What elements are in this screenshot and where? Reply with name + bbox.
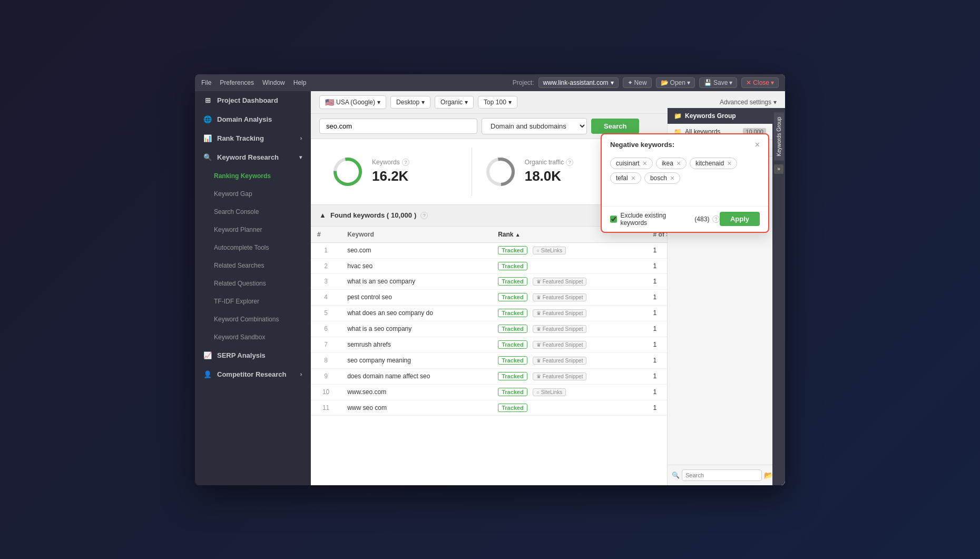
tag-tefal-remove[interactable]: × bbox=[631, 174, 635, 182]
snippet-icon: ♛ bbox=[536, 342, 541, 348]
apply-button[interactable]: Apply bbox=[720, 212, 760, 226]
exclude-info-icon[interactable]: ? bbox=[712, 215, 720, 223]
organic-donut bbox=[485, 156, 516, 188]
country-flag: 🇺🇸 bbox=[325, 98, 334, 106]
tag-ikea-remove[interactable]: × bbox=[677, 160, 681, 167]
menu-help[interactable]: Help bbox=[293, 79, 307, 86]
row-8-keyword: seo company meaning bbox=[341, 352, 492, 368]
sidebar-item-tf-idf-explorer[interactable]: TF-IDF Explorer bbox=[195, 292, 310, 310]
project-dropdown-chevron: ▾ bbox=[611, 79, 614, 86]
sidebar-item-ranking-keywords[interactable]: Ranking Keywords bbox=[195, 167, 310, 185]
organic-value: 18.0K bbox=[525, 168, 573, 184]
rank-sort-arrow: ▲ bbox=[515, 232, 521, 238]
sidebar-item-rank-tracking[interactable]: 📊 Rank Tracking › bbox=[195, 129, 310, 148]
tracked-badge: Tracked bbox=[498, 293, 527, 301]
search-button[interactable]: Search bbox=[591, 119, 639, 134]
exclude-checkbox[interactable] bbox=[610, 215, 617, 223]
menu-bar: File Preferences Window Help Project: ww… bbox=[195, 74, 785, 91]
tag-kitchenaid: kitchenaid × bbox=[690, 158, 737, 169]
country-chevron: ▾ bbox=[377, 99, 380, 106]
sidebar-item-serp-analysis[interactable]: 📈 SERP Analysis bbox=[195, 346, 310, 365]
row-2-num: 2 bbox=[311, 258, 341, 273]
country-filter[interactable]: 🇺🇸 USA (Google) ▾ bbox=[319, 95, 386, 109]
row-3-badges: Tracked ♛ Featured Snippet bbox=[492, 273, 646, 289]
sidebar-item-keyword-research[interactable]: 🔍 Keyword Research ▾ bbox=[195, 148, 310, 167]
sidebar-item-keyword-sandbox[interactable]: Keyword Sandbox bbox=[195, 328, 310, 346]
menu-window[interactable]: Window bbox=[262, 79, 285, 86]
advanced-settings-label: Advanced settings bbox=[720, 99, 771, 106]
row-5-num: 5 bbox=[311, 305, 341, 321]
popup-header: Negative keywords: × bbox=[602, 134, 768, 153]
keywords-info-icon[interactable]: ? bbox=[402, 159, 409, 166]
tag-cuisinart-remove[interactable]: × bbox=[643, 160, 647, 167]
keywords-stat-info: Keywords ? 16.2K bbox=[372, 159, 409, 184]
row-5-keyword: what does an seo company do bbox=[341, 305, 492, 321]
popup-footer: Exclude existing keywords (483) ? Apply bbox=[602, 206, 768, 232]
open-button[interactable]: 📂 Open ▾ bbox=[656, 77, 695, 88]
keyword-research-chevron: ▾ bbox=[299, 154, 302, 160]
sidebar-item-related-questions[interactable]: Related Questions bbox=[195, 274, 310, 292]
project-dropdown[interactable]: www.link-assistant.com ▾ bbox=[538, 77, 619, 88]
save-button[interactable]: 💾 Save ▾ bbox=[699, 77, 737, 88]
found-keywords-label: Found keywords (10,000) bbox=[330, 211, 416, 219]
close-button[interactable]: ✕ Close ▾ bbox=[741, 77, 779, 88]
tracked-badge: Tracked bbox=[498, 356, 527, 365]
tag-cuisinart: cuisinart × bbox=[610, 158, 653, 169]
sidebar-item-autocomplete-tools[interactable]: Autocomplete Tools bbox=[195, 239, 310, 257]
type-chevron: ▾ bbox=[465, 99, 468, 106]
feature-badge: ○ SiteLinks bbox=[533, 388, 566, 396]
search-type-select[interactable]: Domain and subdomains bbox=[482, 118, 587, 134]
col-keyword[interactable]: Keyword bbox=[341, 227, 492, 243]
row-8-num: 8 bbox=[311, 352, 341, 368]
snippet-icon: ♛ bbox=[536, 358, 541, 364]
sidebar-item-keyword-gap[interactable]: Keyword Gap bbox=[195, 185, 310, 203]
keywords-group-tab[interactable]: Keywords Group bbox=[774, 112, 784, 160]
collapse-tab-button[interactable]: » bbox=[774, 164, 783, 174]
sidebar-item-keyword-planner[interactable]: Keyword Planner bbox=[195, 221, 310, 239]
found-keywords-info-icon[interactable]: ? bbox=[420, 212, 428, 219]
bar-icon: 📈 bbox=[203, 351, 212, 360]
domain-search-input[interactable] bbox=[319, 119, 477, 134]
sidebar-item-search-console[interactable]: Search Console bbox=[195, 203, 310, 221]
row-9-keyword: does domain name affect seo bbox=[341, 368, 492, 384]
keywords-label: Keywords ? bbox=[372, 159, 409, 166]
close-chevron: ▾ bbox=[771, 79, 774, 86]
tag-bosch-remove[interactable]: × bbox=[670, 174, 674, 182]
popup-close-button[interactable]: × bbox=[755, 141, 760, 149]
row-6-keyword: what is a seo company bbox=[341, 321, 492, 337]
search-icon-small: 🔍 bbox=[672, 472, 680, 479]
row-2-badges: Tracked bbox=[492, 258, 646, 273]
organic-info-icon[interactable]: ? bbox=[566, 159, 573, 166]
new-button[interactable]: ✦ New bbox=[623, 77, 652, 88]
top-filter[interactable]: Top 100 ▾ bbox=[478, 96, 517, 109]
row-11-keyword: www seo com bbox=[341, 400, 492, 415]
folder-add-icon[interactable]: 📂 bbox=[764, 471, 773, 479]
sidebar-item-competitor-research[interactable]: 👤 Competitor Research › bbox=[195, 365, 310, 384]
right-panel-search-input[interactable] bbox=[682, 469, 762, 481]
sidebar-item-domain-analysis[interactable]: 🌐 Domain Analysis bbox=[195, 110, 310, 129]
row-7-num: 7 bbox=[311, 337, 341, 352]
tag-ikea-label: ikea bbox=[662, 160, 673, 167]
menu-file[interactable]: File bbox=[201, 79, 211, 86]
expand-icon[interactable]: ▲ bbox=[319, 211, 326, 219]
snippet-icon: ♛ bbox=[536, 279, 541, 285]
open-chevron: ▾ bbox=[687, 79, 690, 86]
type-filter[interactable]: Organic ▾ bbox=[435, 96, 474, 109]
tag-kitchenaid-remove[interactable]: × bbox=[727, 160, 731, 167]
row-4-keyword: pest control seo bbox=[341, 289, 492, 305]
col-num: # bbox=[311, 227, 341, 243]
sidebar-item-keyword-combinations[interactable]: Keyword Combinations bbox=[195, 310, 310, 328]
device-filter[interactable]: Desktop ▾ bbox=[390, 96, 430, 109]
row-7-keyword: semrush ahrefs bbox=[341, 337, 492, 352]
menu-preferences[interactable]: Preferences bbox=[220, 79, 254, 86]
sidebar-item-project-dashboard[interactable]: ⊞ Project Dashboard bbox=[195, 91, 310, 110]
chart-icon: 📊 bbox=[203, 134, 212, 143]
row-11-badges: Tracked bbox=[492, 400, 646, 415]
row-1-keyword: seo.com bbox=[341, 242, 492, 258]
row-5-badges: Tracked ♛ Featured Snippet bbox=[492, 305, 646, 321]
organic-label: Organic traffic ? bbox=[525, 159, 573, 166]
user-icon: 👤 bbox=[203, 370, 212, 379]
advanced-settings-button[interactable]: Advanced settings ▾ bbox=[720, 99, 777, 106]
tracked-badge: Tracked bbox=[498, 277, 527, 286]
sidebar-item-related-searches[interactable]: Related Searches bbox=[195, 257, 310, 274]
